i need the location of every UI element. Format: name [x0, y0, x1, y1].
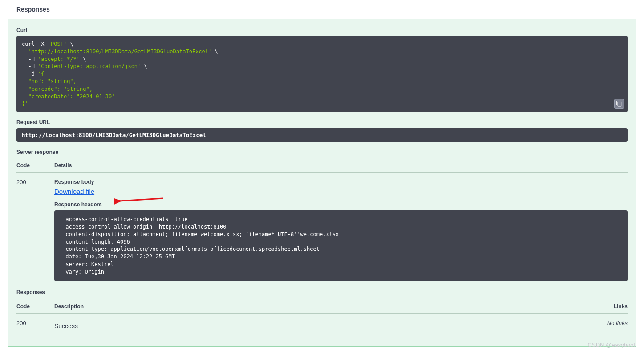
curl-code-block: curl -X 'POST' \ 'http://localhost:8100/… [16, 36, 628, 112]
curl-text: \ [67, 41, 73, 47]
responses-content: Curl curl -X 'POST' \ 'http://localhost:… [8, 19, 636, 338]
curl-text: 'http://localhost:8100/LMI3DData/GetLMI3… [28, 48, 211, 55]
curl-text: "createdDate": "2024-01-30" [22, 93, 115, 100]
curl-text [22, 48, 28, 55]
clipboard-icon [616, 101, 622, 107]
curl-text: '{ [38, 71, 44, 77]
links-column-header: Links [592, 303, 628, 310]
swagger-operation-panel: Responses Curl curl -X 'POST' \ 'http://… [8, 0, 636, 347]
curl-text: "no": "string", [22, 78, 77, 84]
response-details: Response body Download file Response hea… [54, 179, 628, 281]
response-headers-label: Response headers [54, 201, 628, 208]
curl-label: Curl [16, 27, 628, 33]
server-response-label: Server response [16, 149, 628, 155]
response-code: 200 [16, 179, 54, 281]
response-body-label: Response body [54, 179, 628, 185]
curl-text: }' [22, 101, 28, 107]
links-cell: No links [592, 320, 628, 330]
description-column-header: Description [54, 303, 592, 310]
curl-text: \ [80, 56, 86, 62]
curl-text: curl -X [22, 41, 48, 47]
responses-header-bar: Responses [8, 0, 636, 19]
code-column-header: Code [16, 162, 54, 169]
response-headers-block: access-control-allow-credentials: true a… [54, 210, 628, 281]
curl-text: "barcode": "string", [22, 86, 93, 92]
responses-row-2: 200 Success No links [16, 314, 628, 330]
code-column-header-2: Code [16, 303, 54, 310]
response-description: Success [54, 320, 592, 330]
download-file-link[interactable]: Download file [54, 188, 94, 195]
responses-table-header-2: Code Description Links [16, 295, 628, 314]
description-text: Success [54, 320, 592, 330]
curl-text: \ [211, 48, 218, 55]
watermark-text: CSDN @easyboot [588, 342, 635, 348]
responses-label-2: Responses [16, 289, 628, 295]
response-table-header: Code Details [16, 158, 628, 173]
copy-button[interactable] [614, 99, 624, 109]
curl-text: 'POST' [48, 41, 67, 47]
responses-title: Responses [16, 6, 628, 13]
curl-text: -H [22, 63, 38, 69]
curl-text: 'Content-Type: application/json' [38, 63, 141, 69]
response-row: 200 Response body Download file Response… [16, 173, 628, 281]
curl-text: 'accept: */*' [38, 56, 80, 62]
request-url-block: http://localhost:8100/LMI3DData/GetLMI3D… [16, 128, 628, 142]
request-url-label: Request URL [16, 119, 628, 125]
response-code-2: 200 [16, 320, 54, 330]
details-column-header: Details [54, 162, 628, 169]
curl-text: -H [22, 56, 38, 62]
curl-text: -d [22, 71, 38, 77]
curl-text: \ [141, 63, 147, 69]
